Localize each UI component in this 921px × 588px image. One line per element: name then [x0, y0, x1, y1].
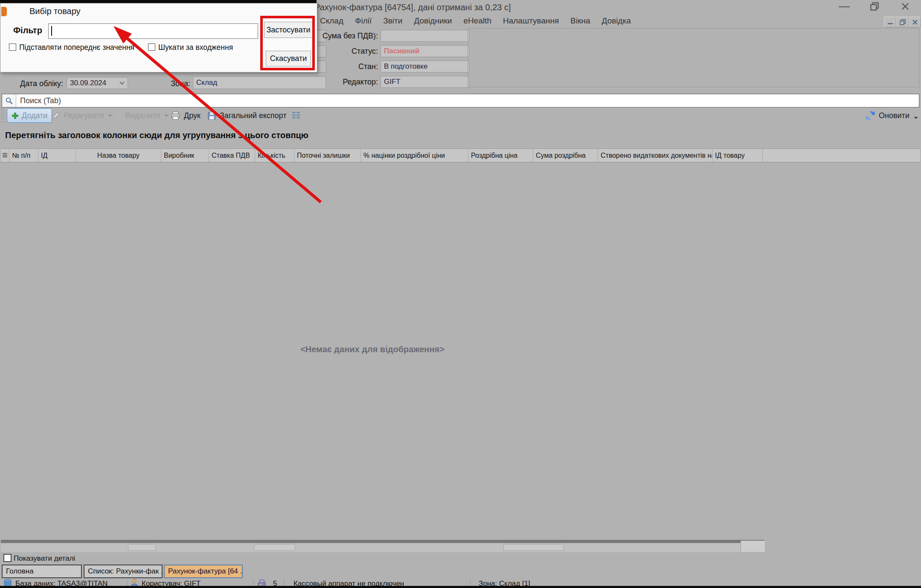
group-by-hint[interactable]: Перетягніть заголовок колонки сюди для у… [5, 130, 517, 140]
column-header-retail-sum[interactable]: Сума роздрібна [533, 149, 598, 162]
sum-field [381, 30, 469, 42]
substitute-previous-checkbox[interactable] [9, 43, 16, 51]
mdi-restore-button[interactable] [896, 17, 909, 27]
mdi-close-button[interactable] [909, 17, 921, 27]
screen-edge-bottom [0, 586, 921, 588]
export-icon [207, 111, 216, 120]
chevron-down-icon [108, 115, 112, 117]
column-header-manufacturer[interactable]: Виробник [161, 149, 209, 162]
state-label: Стан: [314, 62, 378, 71]
filter-label: Фільтр [13, 26, 42, 35]
search-by-entry-label: Шукати за входження [158, 43, 233, 52]
tab-invoice-active[interactable]: Рахунок-фактура [64 .. [164, 565, 243, 578]
column-header-product-id[interactable]: ІД товару [712, 149, 763, 162]
column-header-retail-markup[interactable]: % націнки роздрібної ціни [361, 149, 468, 162]
zone-label: Зона: [156, 79, 190, 88]
sum-label: Сума без ПДВ): [314, 32, 378, 41]
pencil-icon [51, 111, 60, 120]
state-field: В подготовке [381, 61, 469, 72]
menu-dovidnyky[interactable]: Довідники [414, 16, 452, 26]
show-details-checkbox[interactable] [3, 554, 12, 562]
date-label: Дата обліку: [12, 79, 63, 88]
screen-edge-top [0, 0, 317, 3]
cancel-button[interactable]: Скасувати [266, 51, 311, 67]
chevron-down-icon [164, 115, 169, 117]
text-caret [51, 26, 52, 36]
scrollbar-corner [741, 541, 765, 552]
column-header-quantity[interactable]: Кількість [255, 149, 294, 162]
detail-panel [468, 28, 919, 87]
menu-vikna[interactable]: Вікна [570, 16, 590, 26]
show-details-label: Показувати деталі [14, 554, 75, 563]
dialog-title: Вибір товару [29, 6, 81, 16]
menu-dovidka[interactable]: Довідка [602, 16, 631, 26]
delete-x-icon [114, 112, 122, 119]
search-placeholder: Поиск (Tab) [20, 96, 61, 105]
menu-sklad[interactable]: Склад [320, 16, 343, 26]
restore-icon[interactable] [870, 2, 879, 12]
menu-nalashtuvannia[interactable]: Налаштування [503, 16, 559, 26]
column-header-current-stock[interactable]: Поточні залишки [294, 149, 361, 162]
status-field: Пасивний [381, 45, 469, 57]
column-header-id[interactable]: ІД [38, 149, 76, 162]
date-combobox[interactable]: 30.09.2024 [67, 77, 128, 89]
tab-holovna[interactable]: Головна [2, 565, 82, 578]
refresh-button[interactable]: Оновити [865, 109, 918, 122]
toolbar-grip[interactable] [1, 108, 4, 123]
minimize-icon[interactable] [839, 6, 850, 7]
annotation-arrow [0, 0, 921, 588]
column-header-num[interactable]: № п/п [9, 149, 38, 162]
menu-ehealth[interactable]: eHealth [463, 16, 491, 26]
export-button[interactable]: Загальний експорт [207, 109, 287, 122]
menu-bar: Склад Філії Звіти Довідники eHealth Нала… [320, 16, 631, 26]
application-window: Рахунок-фактура [64754], дані отримані з… [0, 0, 921, 588]
editor-field: GIFT [381, 76, 469, 88]
printer-icon [171, 111, 180, 120]
empty-data-message: <Немає даних для відображення> [0, 345, 745, 354]
column-header-retail-price[interactable]: Роздрібна ціна [468, 149, 533, 162]
scrollbar-thumb[interactable] [128, 544, 156, 551]
close-icon[interactable] [901, 2, 909, 12]
window-title: Рахунок-фактура [64754], дані отримані з… [314, 3, 698, 12]
add-button[interactable]: Додати [7, 108, 52, 123]
scrollbar-thumb[interactable] [254, 544, 295, 551]
plus-icon [12, 112, 19, 119]
columns-icon[interactable] [292, 111, 300, 121]
filter-input[interactable] [48, 23, 258, 39]
horizontal-scrollbar[interactable] [1, 543, 764, 552]
print-button[interactable]: Друк [171, 109, 200, 122]
mdi-minimize-button[interactable] [884, 17, 896, 27]
dialog-app-icon [1, 7, 7, 16]
column-header-vat-rate[interactable]: Ставка ПДВ [209, 149, 255, 162]
status-label: Статус: [314, 47, 378, 56]
refresh-icon [865, 110, 875, 121]
column-header-expense-docs[interactable]: Створено видаткових документів на ... [598, 149, 712, 162]
search-icon [2, 94, 16, 107]
substitute-previous-label: Підставляти попереднє значення [19, 43, 134, 52]
menu-filii[interactable]: Філії [355, 16, 372, 26]
delete-button[interactable]: Видалити [114, 109, 169, 122]
menu-zvity[interactable]: Звіти [383, 16, 402, 26]
product-select-dialog: Вибір товару Фільтр Підставляти попередн… [0, 3, 317, 72]
chevron-down-icon [914, 117, 918, 119]
scrollbar-thumb[interactable] [503, 544, 564, 551]
chevron-down-icon [119, 81, 125, 85]
grid-header-row: № п/п ІД Назва товару Виробник Ставка ПД… [1, 148, 920, 162]
column-header-name[interactable]: Назва товару [76, 149, 161, 162]
grid-bottom-edge [1, 540, 764, 543]
search-input[interactable]: Поиск (Tab) [2, 94, 919, 107]
edit-button[interactable]: Редагувати [51, 109, 112, 122]
zone-field: Склад [193, 76, 326, 89]
apply-button[interactable]: Застосувати [264, 22, 313, 38]
column-header-filler [763, 149, 920, 162]
search-by-entry-checkbox[interactable] [148, 43, 155, 51]
grid-corner-icon[interactable] [1, 149, 9, 162]
tab-invoice-list[interactable]: Список: Рахунки-фак .. [84, 565, 163, 578]
